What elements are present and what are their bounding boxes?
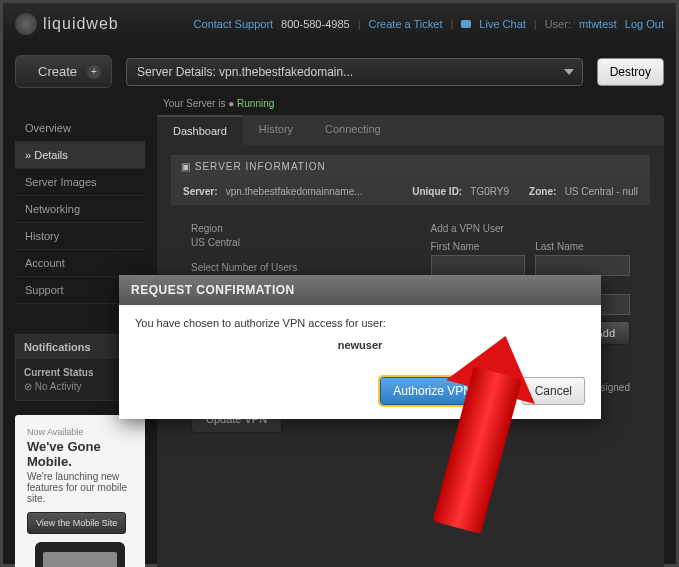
modal-message: You have chosen to authorize VPN access … [135,317,585,329]
confirmation-modal: REQUEST CONFIRMATION You have chosen to … [119,275,601,419]
authorize-vpn-user-button[interactable]: Authorize VPN User [380,377,513,405]
modal-username: newuser [135,339,585,351]
modal-title: REQUEST CONFIRMATION [119,275,601,305]
cancel-button[interactable]: Cancel [522,377,585,405]
modal-overlay: REQUEST CONFIRMATION You have chosen to … [3,3,676,564]
